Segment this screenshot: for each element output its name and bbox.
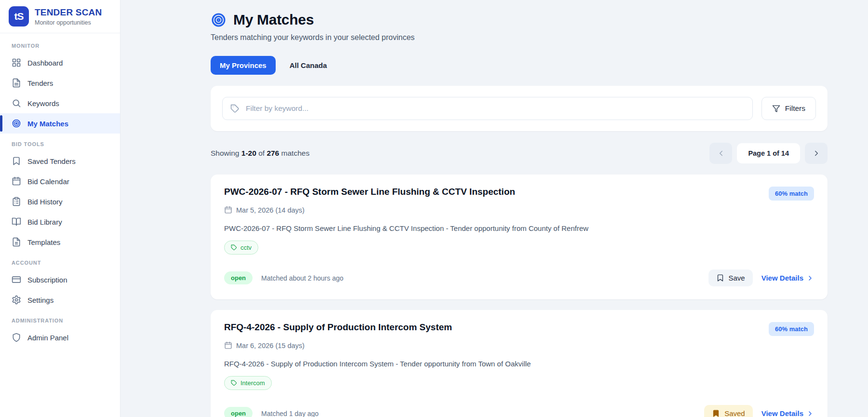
sidebar-item-label: Bid History xyxy=(27,198,63,205)
book-open-icon xyxy=(12,217,21,227)
match-badge: 60% match xyxy=(769,187,814,201)
sidebar-section-label: ADMINISTRATION xyxy=(0,310,120,327)
matched-time: Matched about 2 hours ago xyxy=(261,274,343,282)
keyword-filter-field xyxy=(222,97,753,120)
keyword-tags: cctv xyxy=(224,241,814,255)
calendar-icon xyxy=(224,341,232,350)
sidebar-item-label: Templates xyxy=(27,239,60,246)
tender-card: PWC-2026-07 - RFQ Storm Sewer Line Flush… xyxy=(211,175,828,299)
sidebar-item-label: Admin Panel xyxy=(27,334,68,341)
tag-icon xyxy=(231,244,237,251)
sidebar-item-subscription[interactable]: Subscription xyxy=(0,269,120,290)
gear-icon xyxy=(12,295,21,305)
page-indicator: Page 1 of 14 xyxy=(737,143,800,163)
target-icon xyxy=(211,12,227,28)
keyword-tag: Intercom xyxy=(224,376,272,390)
status-badge: open xyxy=(224,271,253,284)
sidebar-item-label: Keywords xyxy=(27,100,59,107)
sidebar-item-label: Settings xyxy=(27,296,53,304)
page-header: My Matches Tenders matching your keyword… xyxy=(211,12,828,42)
sidebar-item-label: My Matches xyxy=(27,120,68,127)
save-button[interactable]: Saved xyxy=(704,405,753,417)
view-details-link[interactable]: View Details xyxy=(761,409,814,417)
sidebar-item-dashboard[interactable]: Dashboard xyxy=(0,53,120,73)
save-button-label: Saved xyxy=(724,409,745,417)
file-text-icon xyxy=(12,78,21,88)
tender-title: RFQ-4-2026 - Supply of Production Interc… xyxy=(224,322,760,333)
sidebar-item-tenders[interactable]: Tenders xyxy=(0,73,120,93)
sidebar-item-label: Saved Tenders xyxy=(27,158,76,165)
bookmark-icon xyxy=(712,409,720,417)
funnel-icon xyxy=(772,105,780,113)
sidebar-item-my-matches[interactable]: My Matches xyxy=(0,113,120,134)
sidebar-item-bid-history[interactable]: Bid History xyxy=(0,191,120,212)
app-logo-icon: tS xyxy=(9,6,29,27)
main-area: My Matches Tenders matching your keyword… xyxy=(120,0,868,417)
sidebar-item-label: Dashboard xyxy=(27,59,63,67)
chevron-left-icon xyxy=(717,149,725,158)
filters-button[interactable]: Filters xyxy=(761,97,816,120)
dashboard-icon xyxy=(12,58,21,67)
results-count: Showing 1-20 of 276 matches xyxy=(211,149,309,158)
app-tagline: Monitor opportunities xyxy=(35,19,102,26)
tender-card: RFQ-4-2026 - Supply of Production Interc… xyxy=(211,310,828,417)
pagination: Page 1 of 14 xyxy=(709,143,828,164)
keyword-tag: cctv xyxy=(224,241,258,255)
tender-description: RFQ-4-2026 - Supply of Production Interc… xyxy=(224,360,814,368)
filters-button-label: Filters xyxy=(785,104,805,113)
matched-time: Matched 1 day ago xyxy=(261,410,319,417)
bookmark-icon xyxy=(12,156,21,166)
sidebar-item-saved-tenders[interactable]: Saved Tenders xyxy=(0,151,120,171)
closing-date: Mar 5, 2026 (14 days) xyxy=(224,206,814,214)
tag-icon xyxy=(231,380,237,386)
keyword-tags: Intercom xyxy=(224,376,814,390)
credit-card-icon xyxy=(12,275,21,284)
view-details-link[interactable]: View Details xyxy=(761,274,814,282)
file-icon xyxy=(12,237,21,247)
sidebar-item-bid-calendar[interactable]: Bid Calendar xyxy=(0,171,120,191)
chevron-right-icon xyxy=(812,149,821,158)
target-icon xyxy=(12,119,21,128)
app-root: tS TENDER SCAN Monitor opportunities MON… xyxy=(0,0,868,417)
save-button-label: Save xyxy=(729,274,745,282)
sidebar-item-settings[interactable]: Settings xyxy=(0,290,120,310)
next-page-button[interactable] xyxy=(805,143,828,164)
match-badge: 60% match xyxy=(769,322,814,336)
match-list: PWC-2026-07 - RFQ Storm Sewer Line Flush… xyxy=(211,175,828,417)
sidebar-section: MONITOR Dashboard Tenders Keywords xyxy=(0,35,120,134)
sidebar-nav: MONITOR Dashboard Tenders Keywords xyxy=(0,33,120,348)
sidebar-item-label: Subscription xyxy=(27,276,67,283)
brand: tS TENDER SCAN Monitor opportunities xyxy=(0,0,120,33)
sidebar-item-label: Bid Calendar xyxy=(27,178,69,185)
tab-all-canada[interactable]: All Canada xyxy=(280,56,336,75)
sidebar-section: ADMINISTRATION Admin Panel xyxy=(0,310,120,348)
sidebar-section-label: ACCOUNT xyxy=(0,252,120,269)
shield-icon xyxy=(12,333,21,342)
sidebar-item-label: Bid Library xyxy=(27,218,62,226)
status-badge: open xyxy=(224,407,253,417)
sidebar-item-templates[interactable]: Templates xyxy=(0,232,120,252)
sidebar-item-admin-panel[interactable]: Admin Panel xyxy=(0,327,120,348)
clipboard-icon xyxy=(12,197,21,206)
search-icon xyxy=(12,98,21,108)
tab-my-provinces[interactable]: My Provinces xyxy=(211,56,276,75)
bookmark-icon xyxy=(716,274,724,282)
page-title: My Matches xyxy=(233,12,314,28)
prev-page-button[interactable] xyxy=(709,143,732,164)
tender-description: PWC-2026-07 - RFQ Storm Sewer Line Flush… xyxy=(224,224,814,232)
tag-icon xyxy=(230,104,240,113)
closing-date: Mar 6, 2026 (15 days) xyxy=(224,341,814,350)
keyword-filter-input[interactable] xyxy=(245,104,745,113)
tender-title: PWC-2026-07 - RFQ Storm Sewer Line Flush… xyxy=(224,187,760,197)
sidebar-item-keywords[interactable]: Keywords xyxy=(0,93,120,113)
chevron-right-icon xyxy=(806,274,814,282)
sidebar-section-label: MONITOR xyxy=(0,35,120,53)
page-subtitle: Tenders matching your keywords in your s… xyxy=(211,33,828,42)
save-button[interactable]: Save xyxy=(708,269,753,286)
sidebar-item-label: Tenders xyxy=(27,80,53,87)
sidebar-section-label: BID TOOLS xyxy=(0,134,120,151)
sidebar-section: BID TOOLS Saved Tenders Bid Calendar xyxy=(0,134,120,252)
sidebar-item-bid-library[interactable]: Bid Library xyxy=(0,212,120,232)
calendar-icon xyxy=(224,206,232,214)
chevron-right-icon xyxy=(806,410,814,417)
